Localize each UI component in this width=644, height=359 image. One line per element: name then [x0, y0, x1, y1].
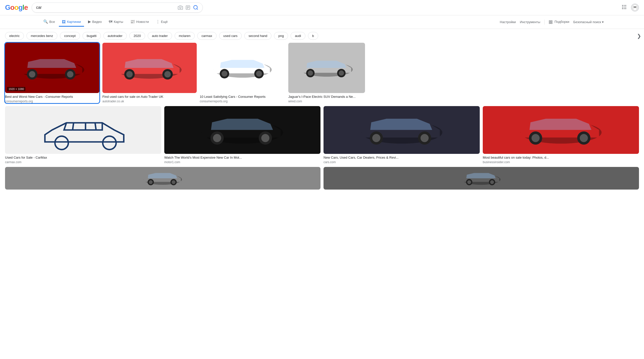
camera-icon[interactable] — [178, 5, 183, 10]
svg-point-55 — [372, 134, 380, 142]
image-title: New Cars, Used Cars, Car Dealers, Prices… — [324, 155, 480, 160]
search-input[interactable] — [36, 5, 175, 10]
image-source: motor1.com — [164, 160, 320, 164]
svg-rect-22 — [551, 21, 552, 22]
image-card-partial[interactable] — [5, 167, 320, 190]
nav-item-news[interactable]: 📰 Новости — [127, 17, 152, 27]
image-row-2: Used Cars for Sale - CarMaxcarmax.com Wa… — [5, 106, 639, 164]
header: Google — [0, 0, 644, 15]
nav-item-all[interactable]: 🔍 Все — [40, 17, 58, 27]
svg-point-57 — [420, 134, 428, 142]
svg-point-50 — [213, 134, 221, 142]
svg-point-44 — [339, 70, 344, 76]
image-source: businessinsider.com — [483, 160, 639, 164]
image-card[interactable]: 1920 × 1080Best and Worst New Cars - Con… — [5, 43, 99, 103]
more-nav-icon: ⋮ — [156, 19, 160, 24]
nav-item-more[interactable]: ⋮ Ещё — [153, 17, 171, 27]
nav-settings[interactable]: Настройки — [500, 20, 516, 24]
chip-auto-trader[interactable]: auto trader — [148, 32, 172, 40]
svg-point-20 — [635, 7, 636, 8]
svg-point-32 — [126, 71, 133, 78]
chip-autotrader[interactable]: autotrader — [103, 32, 127, 40]
svg-point-42 — [308, 70, 313, 76]
svg-point-9 — [625, 5, 626, 6]
svg-point-60 — [531, 134, 539, 142]
image-title: Most beautiful cars on sale today: Photo… — [483, 155, 639, 160]
svg-line-6 — [197, 9, 198, 10]
nav-label-images: Картинки — [67, 20, 81, 24]
image-section: 1920 × 1080Best and Worst New Cars - Con… — [0, 43, 644, 190]
svg-rect-21 — [549, 21, 550, 22]
image-card[interactable]: Find used cars for sale on Auto Trader U… — [102, 43, 197, 103]
keyboard-icon[interactable] — [185, 5, 190, 10]
svg-point-5 — [194, 6, 197, 9]
image-card[interactable]: Most beautiful cars on sale today: Photo… — [483, 106, 639, 164]
chips-next-arrow[interactable]: ❯ — [634, 29, 644, 43]
svg-point-10 — [622, 7, 623, 8]
svg-point-52 — [261, 134, 269, 142]
svg-point-15 — [625, 8, 626, 9]
image-title: 10 Least Satisfying Cars - Consumer Repo… — [200, 95, 285, 99]
chip-2020[interactable]: 2020 — [129, 32, 145, 40]
search-bar — [32, 3, 203, 13]
svg-point-65 — [149, 180, 153, 184]
svg-point-62 — [580, 134, 588, 142]
nav-item-images[interactable]: 🖼 Картинки — [59, 18, 84, 27]
maps-nav-icon: 🗺 — [109, 20, 112, 24]
image-source: consumerreports.org — [5, 100, 99, 103]
apps-icon[interactable] — [621, 4, 627, 11]
news-nav-icon: 📰 — [130, 19, 135, 24]
chips-bar: electricmercedes benzconceptbugattiautot… — [0, 29, 644, 43]
svg-point-11 — [624, 7, 625, 8]
chip-mclaren[interactable]: mclaren — [175, 32, 195, 40]
search-submit-icon[interactable] — [193, 5, 198, 10]
chip-electric[interactable]: electric — [5, 32, 24, 40]
image-card-partial[interactable] — [324, 167, 639, 190]
svg-point-39 — [256, 71, 262, 77]
svg-point-29 — [67, 71, 73, 78]
chip-carmax[interactable]: carmax — [197, 32, 217, 40]
chip-b[interactable]: b — [308, 32, 318, 40]
image-card[interactable]: Jaguar's I-Pace Electric SUV Demands a N… — [288, 43, 365, 103]
search-nav-icon: 🔍 — [43, 19, 48, 24]
image-row-3 — [5, 167, 639, 190]
user-avatar[interactable] — [631, 4, 639, 12]
nav-label-news: Новости — [136, 20, 149, 24]
google-logo[interactable]: Google — [5, 4, 28, 12]
nav-tools[interactable]: Инструменты — [520, 20, 540, 24]
image-source: carmax.com — [5, 160, 161, 164]
nav-divider — [544, 20, 545, 25]
chip-used-cars[interactable]: used cars — [219, 32, 242, 40]
nav-collections[interactable]: Подборки — [549, 20, 569, 24]
chip-concept[interactable]: concept — [60, 32, 80, 40]
image-source: autotrader.co.uk — [102, 100, 197, 103]
chip-mercedes-benz[interactable]: mercedes benz — [26, 32, 57, 40]
image-title: Used Cars for Sale - CarMax — [5, 155, 161, 160]
header-right — [621, 4, 639, 12]
image-card[interactable]: Watch The World's Most Expensive New Car… — [164, 106, 320, 164]
images-nav-icon: 🖼 — [62, 20, 66, 24]
image-size-badge: 1920 × 1080 — [7, 87, 25, 91]
image-card[interactable]: Used Cars for Sale - CarMaxcarmax.com — [5, 106, 161, 164]
image-card[interactable]: 10 Least Satisfying Cars - Consumer Repo… — [200, 43, 285, 103]
svg-rect-23 — [549, 22, 550, 24]
svg-point-0 — [180, 7, 181, 9]
chip-bugatti[interactable]: bugatti — [83, 32, 101, 40]
image-card[interactable]: New Cars, Used Cars, Car Dealers, Prices… — [324, 106, 480, 164]
chip-png[interactable]: png — [274, 32, 288, 40]
svg-point-14 — [624, 8, 625, 9]
svg-rect-24 — [551, 22, 552, 24]
nav-label-all: Все — [49, 20, 55, 24]
svg-point-7 — [622, 5, 623, 6]
chip-second-hand[interactable]: second hand — [244, 32, 271, 40]
nav-safe-search[interactable]: Безопасный поиск ▾ — [573, 20, 604, 24]
image-source: wired.com — [288, 100, 365, 103]
svg-point-8 — [624, 5, 625, 6]
image-row-1: 1920 × 1080Best and Worst New Cars - Con… — [5, 43, 639, 103]
image-title: Watch The World's Most Expensive New Car… — [164, 155, 320, 160]
nav-item-video[interactable]: ▶ Видео — [85, 17, 105, 27]
nav-item-maps[interactable]: 🗺 Карты — [106, 18, 126, 27]
image-title: Best and Worst New Cars - Consumer Repor… — [5, 95, 99, 99]
chip-audi[interactable]: audi — [291, 32, 305, 40]
svg-point-19 — [633, 7, 635, 8]
